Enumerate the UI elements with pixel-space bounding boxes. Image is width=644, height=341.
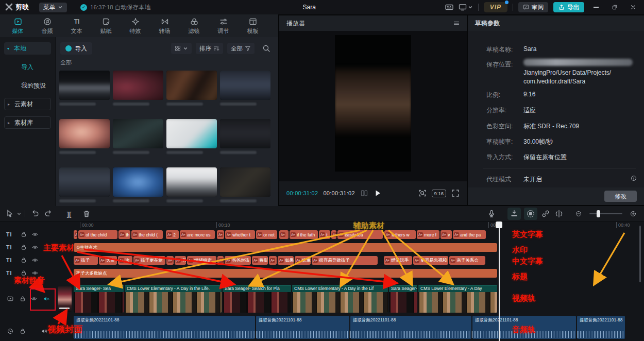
layout-switch-button[interactable] — [459, 3, 473, 11]
chinese-subtitle-segment[interactable]: A≡如果 — [278, 256, 294, 265]
restore-button[interactable] — [608, 0, 621, 14]
english-subtitle-segment[interactable]: A≡the child ( — [131, 230, 163, 239]
playhead-line[interactable] — [499, 221, 500, 341]
chinese-subtitle-segment[interactable]: A≡爸 — [175, 256, 186, 265]
frame-compare-icon[interactable] — [360, 189, 368, 197]
chinese-subtitle-segment[interactable]: A≡犹豫 — [295, 256, 311, 265]
chinese-subtitle-segment[interactable]: A≡经常玩手 — [384, 256, 412, 265]
media-thumbnail[interactable] — [166, 167, 217, 202]
select-tool-button[interactable] — [3, 208, 16, 220]
tab-filter[interactable]: 滤镜 — [179, 16, 209, 35]
english-subtitle-segment[interactable]: A≡ — [279, 230, 289, 239]
chinese-subtitle-segment[interactable]: A≡大多 — [99, 256, 117, 265]
title-clip[interactable]: 孩子大多数缺点 — [74, 269, 497, 278]
sidebar-item-4[interactable]: ▸云素材 — [4, 98, 51, 110]
video-frame[interactable] — [335, 35, 411, 172]
auto-snap-toggle[interactable] — [524, 208, 537, 220]
tab-template[interactable]: 模板 — [238, 16, 267, 35]
chevron-down-icon[interactable] — [16, 211, 22, 216]
media-thumbnail[interactable] — [59, 167, 110, 202]
sort-button[interactable]: 排序 — [196, 43, 223, 54]
chinese-subtitle-segment[interactable]: A≡爸爸对孩 — [225, 256, 251, 265]
chinese-subtitle-segment[interactable]: A≡很容易导致孩子 — [312, 256, 378, 265]
filter-button[interactable]: 全部 — [227, 43, 255, 54]
chinese-subtitle-segment[interactable]: A≡更容易忽视和 — [413, 256, 448, 265]
chinese-subtitle-segment[interactable]: A≡亲子关系会 — [449, 256, 485, 265]
chinese-subtitle-segment[interactable]: A≡情绪稳定 — [187, 256, 216, 265]
media-thumbnail[interactable] — [59, 119, 110, 154]
play-button[interactable] — [374, 189, 382, 197]
media-thumbnail[interactable] — [113, 119, 163, 154]
search-button[interactable] — [259, 43, 274, 54]
tab-fx[interactable]: 特效 — [121, 16, 150, 35]
split-button[interactable]: ][ — [62, 208, 76, 220]
chinese-subtitle-segment[interactable]: A≡孩子更在意 — [133, 256, 165, 265]
aspect-ratio-button[interactable]: 9:16 — [432, 190, 447, 197]
english-subtitle-segment[interactable]: A≡if the fath — [290, 230, 318, 239]
english-subtitle-segment[interactable]: A≡fathers w — [384, 230, 416, 239]
english-subtitle-segment[interactable]: A≡ — [74, 230, 77, 239]
preview-axis-toggle[interactable] — [552, 208, 566, 220]
video-clip[interactable]: CMS Lower Elementary - A Day in the Life… — [125, 285, 222, 313]
sidebar-item-5[interactable]: ▸素材库 — [4, 116, 51, 129]
media-thumbnail[interactable] — [220, 71, 270, 106]
tab-media[interactable]: 媒体 — [3, 16, 32, 35]
video-clip[interactable]: Sara Seager- Search for Pla — [223, 285, 291, 313]
export-button[interactable]: 导出 — [553, 2, 584, 12]
delete-button[interactable] — [80, 208, 93, 220]
close-button[interactable] — [626, 0, 640, 14]
watermark-clip[interactable]: ⊙生财有术 — [74, 243, 497, 252]
menu-button[interactable]: 菜单 — [39, 3, 67, 12]
media-thumbnail[interactable] — [220, 119, 270, 154]
timeline-zoom-slider[interactable] — [589, 213, 622, 214]
english-subtitle-segment[interactable]: A≡easily lea — [337, 230, 383, 239]
vip-button[interactable]: VIP — [484, 2, 507, 12]
audio-clip[interactable]: 提取音频20221101-88 — [350, 316, 471, 339]
chinese-subtitle-segment[interactable]: A≡将影 — [252, 256, 268, 265]
import-button[interactable]: 导入 — [60, 42, 92, 55]
chinese-subtitle-segment[interactable]: A≡ — [269, 256, 277, 265]
view-mode-button[interactable] — [171, 43, 192, 54]
media-thumbnail[interactable] — [113, 71, 163, 106]
chinese-subtitle-segment[interactable]: A≡孩子 — [74, 256, 98, 265]
minimize-button[interactable] — [589, 0, 603, 14]
review-button[interactable]: 审阅 — [518, 2, 548, 12]
undo-button[interactable] — [28, 208, 42, 220]
english-subtitle-segment[interactable]: A≡ — [217, 230, 224, 239]
audio-clip[interactable]: 提取音频20221101-88 — [577, 316, 625, 339]
chinese-subtitle-segment[interactable]: A≡ — [166, 256, 174, 265]
tab-audio[interactable]: 音频 — [32, 16, 62, 35]
video-cover-thumbnail[interactable] — [58, 286, 72, 312]
zoom-out-button[interactable] — [572, 208, 585, 220]
english-subtitle-segment[interactable]: A≡v — [440, 230, 452, 239]
zoom-slider-knob[interactable] — [597, 210, 600, 217]
english-subtitle-segment[interactable]: A≡whether t — [225, 230, 255, 239]
keyboard-shortcuts-icon[interactable] — [445, 3, 453, 11]
sidebar-item-2[interactable]: 导入 — [4, 61, 51, 73]
english-subtitle-segment[interactable]: A≡or not — [256, 230, 277, 239]
sidebar-item-3[interactable]: 我的预设 — [4, 79, 51, 92]
english-subtitle-segment[interactable]: A≡and the pa — [453, 230, 486, 239]
record-voiceover-button[interactable] — [485, 208, 498, 220]
redo-button[interactable] — [42, 208, 55, 220]
english-subtitle-segment[interactable]: A≡t — [319, 230, 330, 239]
modify-button[interactable]: 修改 — [604, 191, 637, 202]
video-clip[interactable]: CMS Lower Elementary - A Day — [418, 285, 497, 313]
chinese-subtitle-segment[interactable]: A≡这 — [118, 256, 132, 265]
media-thumbnail[interactable] — [59, 71, 110, 106]
audio-clip[interactable]: 提取音频20221101-88 — [256, 316, 349, 339]
english-subtitle-segment[interactable]: A≡th — [118, 230, 130, 239]
english-subtitle-segment[interactable]: A≡more f — [417, 230, 439, 239]
english-subtitle-segment[interactable]: A≡2 — [166, 230, 179, 239]
audio-clip[interactable]: 提取音频20221101-88 — [74, 316, 255, 339]
media-thumbnail[interactable] — [220, 167, 270, 202]
preview-quality-icon[interactable] — [418, 189, 427, 197]
english-subtitle-segment[interactable]: A≡are more us — [180, 230, 215, 239]
sidebar-item-1[interactable]: ▾本地 — [4, 42, 51, 55]
chinese-subtitle-segment[interactable]: A≡ — [217, 256, 224, 265]
video-clip[interactable]: Sara Seager- Sea — [74, 285, 124, 313]
main-track-magnet-toggle[interactable] — [507, 208, 521, 220]
tab-sticker[interactable]: 贴纸 — [91, 16, 121, 35]
timeline-scrollbar[interactable] — [639, 226, 641, 282]
media-thumbnail[interactable] — [166, 119, 217, 154]
